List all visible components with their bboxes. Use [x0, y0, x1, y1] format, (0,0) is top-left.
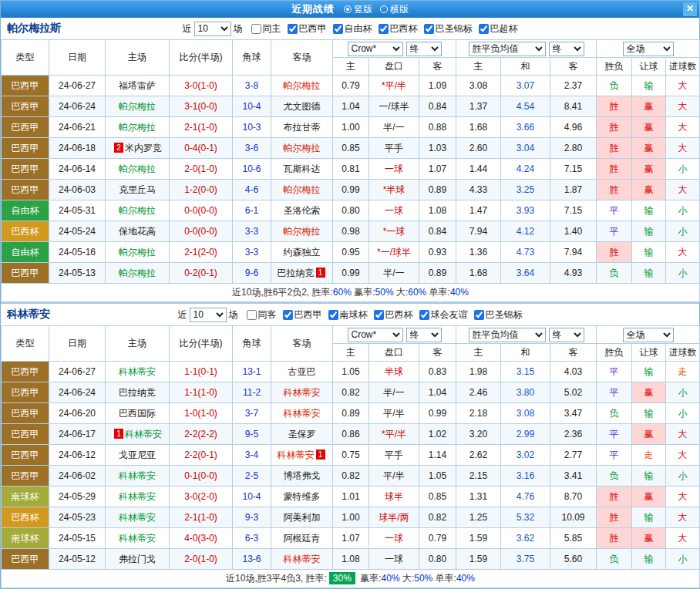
league-filter-option[interactable]: 巴超杯 [479, 22, 518, 35]
home-team-cell: 帕尔梅拉 [106, 200, 170, 221]
league-checkbox[interactable] [379, 24, 389, 34]
section-header: 科林蒂安 近 10 场 同客巴西甲南球杯巴西杯球会友谊巴圣锦标 [1, 304, 699, 325]
league-filter-option[interactable]: 巴圣锦标 [424, 22, 473, 35]
league-checkbox[interactable] [424, 24, 434, 34]
red-card-badge: 1 [114, 429, 123, 439]
result-cell: 平 [597, 424, 632, 445]
league-filter-option[interactable]: 南球杯 [328, 308, 368, 322]
score-cell: 3-0(2-0) [170, 487, 233, 507]
euro-draw-odds-cell: 3.80 [501, 382, 550, 403]
league-checkbox[interactable] [479, 24, 489, 34]
dialog-title: 近期战绩 [291, 2, 335, 16]
league-filter-option[interactable]: 巴西杯 [379, 22, 418, 35]
handicap-result-cell: 输 [632, 549, 666, 570]
goals-cell: 小 [666, 263, 700, 284]
league-filter-option[interactable]: 自由杯 [333, 22, 372, 35]
euro-draw-odds-cell: 4.76 [501, 487, 550, 507]
radio-vertical-layout[interactable]: 竖版 [344, 3, 372, 16]
league-type-cell: 南球杯 [2, 528, 49, 549]
scope-select[interactable]: 全场 [623, 42, 674, 56]
euro-away-odds-cell: 4.03 [550, 362, 597, 382]
league-filter-option[interactable]: 巴西杯 [374, 308, 413, 322]
radio-label: 横版 [390, 3, 409, 16]
euro-odds-time-select[interactable]: 终 [549, 328, 584, 342]
euro-odds-time-select[interactable]: 终 [549, 42, 584, 56]
result-cell: 胜 [597, 487, 632, 507]
home-team-cell: 帕尔梅拉 [106, 117, 170, 138]
league-filter-option[interactable]: 巴西甲 [288, 22, 327, 35]
asian-odds-source-select[interactable]: Crow* [348, 42, 403, 56]
asian-away-odds-cell: 0.99 [419, 403, 456, 424]
team-name-text: 圣洛伦索 [284, 205, 321, 216]
euro-away-odds-cell: 3.41 [550, 466, 597, 487]
home-team-cell: 戈亚尼亚 [106, 445, 170, 466]
date-cell: 24-06-18 [49, 138, 106, 159]
league-checkbox[interactable] [374, 310, 384, 320]
euro-draw-odds-cell: 4.12 [501, 221, 550, 242]
league-checkbox-label: 同客 [258, 308, 277, 322]
euro-odds-group: 胜平负均值终 [456, 40, 597, 58]
handicap-cell: *半球 [369, 180, 419, 200]
league-filter-option[interactable]: 同客 [247, 308, 277, 322]
goals-cell: 大 [666, 528, 700, 549]
euro-odds-source-select[interactable]: 胜平负均值 [469, 328, 546, 342]
goals-cell: 大 [666, 507, 700, 528]
home-team-cell: 福塔雷萨 [106, 76, 170, 96]
radio-horizontal-layout[interactable]: 横版 [380, 3, 409, 16]
summary-segment: 40% [456, 573, 475, 584]
handicap-result-cell: 输 [632, 403, 666, 424]
asian-home-odds-cell: 0.80 [333, 200, 369, 221]
league-type-cell: 巴西甲 [2, 445, 49, 466]
league-filter-option[interactable]: 球会友谊 [419, 308, 468, 322]
team-name-text: 保地花高 [119, 226, 156, 237]
euro-away-odds-cell: 5.85 [550, 528, 597, 549]
layout-radio-group: 竖版 横版 [344, 3, 409, 16]
league-checkbox[interactable] [251, 24, 261, 34]
result-cell: 胜 [597, 159, 632, 180]
league-checkbox[interactable] [333, 24, 343, 34]
handicap-cell: 一球 [369, 200, 419, 221]
date-cell: 24-05-24 [49, 221, 106, 242]
league-type-cell: 巴西甲 [2, 466, 49, 487]
asian-away-odds-cell: 1.04 [419, 382, 456, 403]
result-cell: 平 [597, 362, 632, 382]
team-name-text: 帕尔梅拉 [284, 226, 321, 237]
euro-draw-odds-cell: 3.07 [501, 76, 550, 96]
league-checkbox[interactable] [328, 310, 338, 320]
league-checkbox[interactable] [474, 310, 484, 320]
score-cell: 0-4(0-1) [170, 138, 233, 159]
league-checkbox[interactable] [283, 310, 293, 320]
asian-odds-time-select[interactable]: 终 [406, 42, 442, 56]
euro-odds-source-select[interactable]: 胜平负均值 [469, 42, 546, 56]
scope-select[interactable]: 全场 [623, 328, 674, 342]
league-checkbox-label: 自由杯 [345, 22, 372, 35]
games-count-select[interactable]: 10 [194, 22, 231, 36]
euro-away-odds-cell: 1.40 [550, 221, 597, 242]
team-name-text: 古亚巴 [288, 366, 316, 377]
team-section: 帕尔梅拉斯 近 10 场 同主巴西甲自由杯巴西杯巴圣锦标巴超杯 类型 日期 主场 [1, 18, 699, 302]
asian-away-odds-cell: 1.08 [419, 200, 456, 221]
asian-odds-source-select[interactable]: Crow* [348, 328, 403, 342]
league-checkbox-label: 同主 [263, 22, 281, 35]
league-checkbox[interactable] [288, 24, 298, 34]
goals-cell: 小 [666, 221, 700, 242]
league-filter-option[interactable]: 巴圣锦标 [474, 308, 523, 322]
date-cell: 24-05-16 [49, 242, 106, 263]
league-filter-option[interactable]: 同主 [251, 22, 281, 35]
handicap-result-cell: 输 [632, 263, 666, 284]
euro-away-odds-cell: 1.87 [550, 180, 597, 200]
league-checkbox[interactable] [419, 310, 429, 320]
euro-away-odds-cell: 2.36 [550, 424, 597, 445]
euro-home-odds-cell: 1.68 [456, 117, 501, 138]
close-icon[interactable]: ✕ [683, 2, 697, 16]
away-team-cell: 阿美利加 [271, 507, 333, 528]
league-filter-option[interactable]: 巴西甲 [283, 308, 322, 322]
asian-odds-time-select[interactable]: 终 [406, 328, 442, 342]
games-count-select[interactable]: 10 [190, 308, 227, 322]
col-corner: 角球 [233, 40, 271, 76]
handicap-cell: 一/球半 [369, 96, 419, 117]
league-checkbox[interactable] [247, 310, 257, 320]
asian-home-odds-cell: 1.04 [333, 96, 369, 117]
handicap-cell: 半/一 [369, 263, 419, 284]
score-cell: 3-1(0-0) [170, 96, 233, 117]
